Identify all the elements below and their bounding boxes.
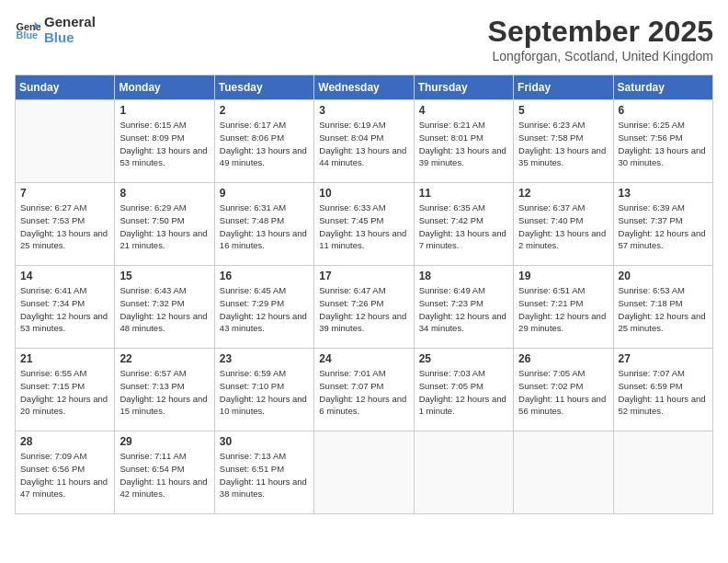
day-info: Sunrise: 6:21 AMSunset: 8:01 PMDaylight:… bbox=[419, 119, 508, 169]
day-info: Sunrise: 6:31 AMSunset: 7:48 PMDaylight:… bbox=[220, 201, 309, 252]
calendar-cell: 9Sunrise: 6:31 AMSunset: 7:48 PMDaylight… bbox=[214, 183, 313, 266]
day-info: Sunrise: 6:33 AMSunset: 7:45 PMDaylight:… bbox=[319, 201, 408, 252]
calendar-cell: 5Sunrise: 6:23 AMSunset: 7:58 PMDaylight… bbox=[514, 100, 613, 183]
day-info: Sunrise: 6:29 AMSunset: 7:50 PMDaylight:… bbox=[119, 201, 209, 252]
day-info: Sunrise: 6:19 AMSunset: 8:04 PMDaylight:… bbox=[319, 119, 408, 169]
calendar-cell: 3Sunrise: 6:19 AMSunset: 8:04 PMDaylight… bbox=[314, 100, 414, 183]
day-info: Sunrise: 6:23 AMSunset: 7:58 PMDaylight:… bbox=[518, 119, 608, 169]
day-info: Sunrise: 6:45 AMSunset: 7:29 PMDaylight:… bbox=[220, 284, 309, 335]
day-info: Sunrise: 7:11 AMSunset: 6:54 PMDaylight:… bbox=[119, 450, 209, 500]
day-number: 18 bbox=[419, 270, 508, 282]
calendar-cell: 30Sunrise: 7:13 AMSunset: 6:51 PMDayligh… bbox=[214, 431, 313, 514]
calendar-cell: 18Sunrise: 6:49 AMSunset: 7:23 PMDayligh… bbox=[414, 266, 513, 349]
day-info: Sunrise: 6:39 AMSunset: 7:37 PMDaylight:… bbox=[619, 201, 708, 252]
col-thursday: Thursday bbox=[414, 75, 513, 100]
day-info: Sunrise: 6:49 AMSunset: 7:23 PMDaylight:… bbox=[419, 284, 508, 335]
day-number: 19 bbox=[518, 270, 608, 282]
col-wednesday: Wednesday bbox=[314, 75, 414, 100]
day-number: 17 bbox=[319, 270, 408, 282]
day-number: 10 bbox=[319, 187, 408, 200]
calendar-cell: 22Sunrise: 6:57 AMSunset: 7:13 PMDayligh… bbox=[115, 349, 214, 431]
day-number: 8 bbox=[119, 187, 209, 200]
day-number: 26 bbox=[518, 352, 608, 365]
day-info: Sunrise: 6:35 AMSunset: 7:42 PMDaylight:… bbox=[419, 201, 508, 252]
calendar-cell: 24Sunrise: 7:01 AMSunset: 7:07 PMDayligh… bbox=[314, 349, 414, 431]
calendar-cell: 10Sunrise: 6:33 AMSunset: 7:45 PMDayligh… bbox=[314, 183, 414, 266]
calendar-cell: 13Sunrise: 6:39 AMSunset: 7:37 PMDayligh… bbox=[613, 183, 712, 266]
day-info: Sunrise: 7:07 AMSunset: 6:59 PMDaylight:… bbox=[619, 367, 708, 418]
calendar-cell: 6Sunrise: 6:25 AMSunset: 7:56 PMDaylight… bbox=[613, 100, 712, 183]
calendar-cell: 23Sunrise: 6:59 AMSunset: 7:10 PMDayligh… bbox=[214, 349, 313, 431]
day-number: 27 bbox=[619, 352, 708, 365]
day-number: 30 bbox=[220, 435, 309, 448]
calendar-cell: 2Sunrise: 6:17 AMSunset: 8:06 PMDaylight… bbox=[214, 100, 313, 183]
calendar-cell bbox=[414, 431, 513, 514]
day-info: Sunrise: 7:13 AMSunset: 6:51 PMDaylight:… bbox=[220, 450, 309, 500]
day-number: 29 bbox=[119, 435, 209, 448]
calendar-cell: 8Sunrise: 6:29 AMSunset: 7:50 PMDaylight… bbox=[115, 183, 214, 266]
calendar-cell: 4Sunrise: 6:21 AMSunset: 8:01 PMDaylight… bbox=[414, 100, 513, 183]
day-number: 14 bbox=[20, 270, 109, 282]
day-info: Sunrise: 6:47 AMSunset: 7:26 PMDaylight:… bbox=[319, 284, 408, 335]
month-title: September 2025 bbox=[488, 15, 713, 49]
day-number: 25 bbox=[419, 352, 508, 365]
calendar-cell: 21Sunrise: 6:55 AMSunset: 7:15 PMDayligh… bbox=[16, 349, 115, 431]
day-number: 16 bbox=[220, 270, 309, 282]
day-info: Sunrise: 6:41 AMSunset: 7:34 PMDaylight:… bbox=[20, 284, 109, 335]
calendar-cell: 11Sunrise: 6:35 AMSunset: 7:42 PMDayligh… bbox=[414, 183, 513, 266]
header-row: Sunday Monday Tuesday Wednesday Thursday… bbox=[16, 75, 713, 100]
calendar-cell: 26Sunrise: 7:05 AMSunset: 7:02 PMDayligh… bbox=[514, 349, 613, 431]
day-info: Sunrise: 7:05 AMSunset: 7:02 PMDaylight:… bbox=[518, 367, 608, 418]
day-info: Sunrise: 6:27 AMSunset: 7:53 PMDaylight:… bbox=[20, 201, 109, 252]
day-info: Sunrise: 6:57 AMSunset: 7:13 PMDaylight:… bbox=[119, 367, 209, 418]
day-number: 22 bbox=[119, 352, 209, 365]
calendar-cell: 28Sunrise: 7:09 AMSunset: 6:56 PMDayligh… bbox=[16, 431, 115, 514]
calendar-cell: 20Sunrise: 6:53 AMSunset: 7:18 PMDayligh… bbox=[613, 266, 712, 349]
day-info: Sunrise: 6:17 AMSunset: 8:06 PMDaylight:… bbox=[220, 119, 309, 169]
day-number: 15 bbox=[119, 270, 209, 282]
day-info: Sunrise: 7:09 AMSunset: 6:56 PMDaylight:… bbox=[20, 450, 109, 500]
calendar-table: Sunday Monday Tuesday Wednesday Thursday… bbox=[15, 75, 713, 514]
day-number: 4 bbox=[419, 104, 508, 117]
col-friday: Friday bbox=[514, 75, 613, 100]
day-info: Sunrise: 7:01 AMSunset: 7:07 PMDaylight:… bbox=[319, 367, 408, 418]
day-number: 11 bbox=[419, 187, 508, 200]
logo-general: General bbox=[44, 15, 96, 30]
day-number: 13 bbox=[619, 187, 708, 200]
day-number: 9 bbox=[220, 187, 309, 200]
day-info: Sunrise: 7:03 AMSunset: 7:05 PMDaylight:… bbox=[419, 367, 508, 418]
calendar-cell bbox=[514, 431, 613, 514]
day-number: 24 bbox=[319, 352, 408, 365]
col-saturday: Saturday bbox=[613, 75, 712, 100]
calendar-cell: 16Sunrise: 6:45 AMSunset: 7:29 PMDayligh… bbox=[214, 266, 313, 349]
calendar-cell: 12Sunrise: 6:37 AMSunset: 7:40 PMDayligh… bbox=[514, 183, 613, 266]
svg-text:Blue: Blue bbox=[17, 29, 39, 40]
day-info: Sunrise: 6:53 AMSunset: 7:18 PMDaylight:… bbox=[619, 284, 708, 335]
day-info: Sunrise: 6:37 AMSunset: 7:40 PMDaylight:… bbox=[518, 201, 608, 252]
calendar-cell: 14Sunrise: 6:41 AMSunset: 7:34 PMDayligh… bbox=[16, 266, 115, 349]
day-number: 1 bbox=[119, 104, 209, 117]
day-number: 20 bbox=[619, 270, 708, 282]
calendar-cell: 27Sunrise: 7:07 AMSunset: 6:59 PMDayligh… bbox=[613, 349, 712, 431]
logo-blue: Blue bbox=[44, 30, 96, 46]
day-number: 5 bbox=[518, 104, 608, 117]
day-number: 12 bbox=[518, 187, 608, 200]
day-info: Sunrise: 6:15 AMSunset: 8:09 PMDaylight:… bbox=[119, 119, 209, 169]
day-number: 28 bbox=[20, 435, 109, 448]
col-sunday: Sunday bbox=[16, 75, 115, 100]
logo-icon: General Blue bbox=[15, 17, 40, 43]
day-number: 6 bbox=[619, 104, 708, 117]
calendar-cell bbox=[314, 431, 414, 514]
calendar-cell: 19Sunrise: 6:51 AMSunset: 7:21 PMDayligh… bbox=[514, 266, 613, 349]
title-block: September 2025 Longforgan, Scotland, Uni… bbox=[488, 15, 713, 63]
day-number: 2 bbox=[220, 104, 309, 117]
day-info: Sunrise: 6:59 AMSunset: 7:10 PMDaylight:… bbox=[220, 367, 309, 418]
calendar-cell bbox=[16, 100, 115, 183]
day-info: Sunrise: 6:51 AMSunset: 7:21 PMDaylight:… bbox=[518, 284, 608, 335]
calendar-cell: 15Sunrise: 6:43 AMSunset: 7:32 PMDayligh… bbox=[115, 266, 214, 349]
day-number: 3 bbox=[319, 104, 408, 117]
col-tuesday: Tuesday bbox=[214, 75, 313, 100]
calendar-cell: 7Sunrise: 6:27 AMSunset: 7:53 PMDaylight… bbox=[16, 183, 115, 266]
location: Longforgan, Scotland, United Kingdom bbox=[488, 49, 713, 63]
calendar-cell bbox=[613, 431, 712, 514]
